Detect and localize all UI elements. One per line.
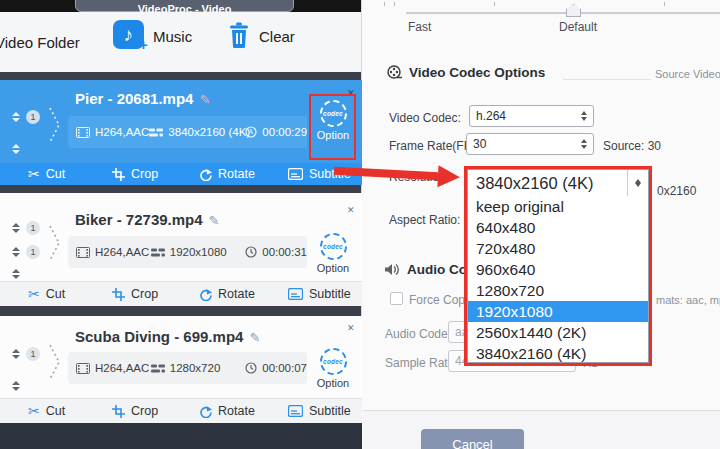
track-count-badge: 1 — [26, 110, 40, 124]
action-bar: ✂Cut Crop Rotate Subtitle — [0, 398, 362, 423]
track-count-badge: 1 — [26, 347, 40, 361]
spinner-icon — [627, 170, 648, 196]
frame-rate-select[interactable]: 30 — [466, 133, 594, 155]
track-count-badge: 1 — [26, 245, 40, 259]
reorder-icon[interactable] — [12, 247, 20, 257]
slider-thumb[interactable] — [566, 4, 581, 17]
video-row-scuba[interactable]: 1 ✕ Scuba Diving - 699.mp4✎ H264,AAC — [0, 316, 362, 398]
cut-button[interactable]: ✂Cut — [28, 399, 65, 423]
crop-button[interactable]: Crop — [112, 282, 158, 306]
codec-option-button[interactable]: codec Option — [310, 348, 356, 389]
video-row-pier[interactable]: 1 ✕ Pier - 20681.mp4✎ H264,AAC — [0, 80, 362, 163]
video-title: Pier - 20681.mp4✎ — [75, 90, 210, 107]
group-brace — [48, 224, 62, 262]
edit-icon[interactable]: ✎ — [249, 330, 260, 345]
reorder-icon[interactable] — [12, 349, 20, 359]
resolution-option[interactable]: 720x480 — [468, 238, 648, 259]
close-icon[interactable]: ✕ — [347, 205, 355, 215]
video-info-chip: H264,AAC 3840x2160 (4K) 00:00:29 — [68, 116, 307, 148]
resolution-option[interactable]: 2560x1440 (2K) — [468, 322, 648, 343]
cancel-button[interactable]: Cancel — [421, 429, 524, 449]
resolution-dropdown-annotation: 3840x2160 (4K) keep original 640x480 720… — [464, 166, 652, 366]
clock-icon — [245, 362, 257, 374]
duration-value: 00:00:31 — [262, 246, 307, 258]
resolution-icon — [151, 247, 165, 258]
resolution-value: 1920x1080 — [170, 246, 227, 258]
quality-slider[interactable] — [406, 12, 720, 14]
rotate-button[interactable]: Rotate — [198, 163, 255, 185]
rotate-icon — [198, 288, 212, 301]
trash-icon — [228, 22, 250, 48]
rotate-button[interactable]: Rotate — [198, 399, 255, 423]
option-button-label: Option — [310, 262, 356, 274]
video-title: Scuba Diving - 699.mp4✎ — [75, 328, 260, 345]
codec-gear-icon: codec — [320, 233, 347, 260]
film-icon — [76, 363, 90, 374]
cut-button[interactable]: ✂Cut — [28, 163, 65, 185]
force-copy-checkbox[interactable] — [390, 292, 403, 305]
crop-button[interactable]: Crop — [112, 399, 158, 423]
resolution-option[interactable]: 960x640 — [468, 259, 648, 280]
spinner-icon — [581, 139, 587, 149]
crop-icon — [112, 288, 125, 301]
separator — [0, 72, 361, 80]
scissors-icon: ✂ — [28, 166, 40, 182]
rotate-button[interactable]: Rotate — [198, 282, 255, 306]
clear-button[interactable]: Clear — [228, 18, 308, 66]
reorder-icon[interactable] — [12, 381, 20, 391]
track-gutter: 1 — [8, 316, 66, 398]
track-gutter: 1 1 — [8, 193, 66, 281]
codec-option-button[interactable]: codec Option — [310, 233, 356, 274]
subtitle-button[interactable]: Subtitle — [288, 282, 351, 306]
resolution-option[interactable]: keep original — [468, 196, 648, 217]
separator — [0, 306, 361, 316]
reorder-icon[interactable] — [12, 144, 20, 154]
resolution-option-list: keep original 640x480 720x480 960x640 12… — [468, 196, 648, 364]
add-music-button[interactable]: ♪ + Music — [113, 18, 213, 66]
app-title-tab: VideoProc - Video — [75, 0, 294, 12]
rotate-icon — [198, 168, 212, 181]
clock-icon — [245, 126, 257, 138]
resolution-option-highlighted[interactable]: 1920x1080 — [468, 301, 648, 322]
action-bar: ✂Cut Crop Rotate Subtitle — [0, 163, 362, 185]
music-button-label: Music — [153, 28, 192, 45]
supported-formats-fragment: mats: aac, mp3, — [656, 294, 720, 306]
reorder-icon[interactable] — [12, 112, 20, 122]
divider — [563, 79, 651, 80]
separator — [0, 185, 361, 193]
source-video-stream-label: Source Video Str — [655, 68, 720, 80]
resolution-option[interactable]: 640x480 — [468, 217, 648, 238]
action-bar: ✂Cut Crop Rotate Subtitle — [0, 281, 362, 306]
film-icon — [76, 127, 90, 138]
reorder-icon[interactable] — [12, 223, 20, 233]
video-codec-label: Video Codec: — [389, 111, 461, 125]
rotate-icon — [198, 405, 212, 418]
edit-icon[interactable]: ✎ — [199, 92, 210, 107]
reorder-icon[interactable] — [12, 269, 20, 279]
option-button-label: Option — [310, 129, 356, 141]
video-info-chip: H264,AAC 1280x720 00:00:07 — [68, 352, 307, 384]
crop-button[interactable]: Crop — [112, 163, 158, 185]
video-row-biker[interactable]: 1 1 ✕ Biker - 72739.mp4✎ H264,AAC — [0, 193, 362, 281]
edit-icon[interactable]: ✎ — [209, 213, 220, 228]
resolution-value: 3840x2160 (4K) — [168, 126, 250, 138]
film-reel-icon — [387, 65, 402, 80]
video-codec-select[interactable]: h.264 — [469, 105, 594, 127]
cut-button[interactable]: ✂Cut — [28, 282, 65, 306]
close-icon[interactable]: ✕ — [347, 323, 355, 333]
resolution-dropdown[interactable]: 3840x2160 (4K) keep original 640x480 720… — [467, 169, 649, 363]
aspect-ratio-label: Aspect Ratio: — [389, 213, 460, 227]
resolution-dropdown-value[interactable]: 3840x2160 (4K) — [468, 170, 648, 196]
resolution-option[interactable]: 3840x2160 (4K) — [468, 343, 648, 364]
resolution-icon — [149, 127, 163, 138]
resolution-option[interactable]: 1280x720 — [468, 280, 648, 301]
codec-option-button[interactable]: codec Option — [310, 100, 356, 141]
resolution-value: 1280x720 — [170, 362, 221, 374]
video-codec-section-header: Video Codec Options — [387, 65, 545, 80]
toolbar: Video Folder ♪ + Music Clear — [0, 12, 361, 72]
slider-label-default: Default — [559, 20, 597, 34]
video-folder-button[interactable]: Video Folder — [0, 34, 80, 51]
speaker-icon — [385, 263, 400, 276]
track-gutter: 1 — [8, 80, 66, 163]
subtitle-button[interactable]: Subtitle — [288, 399, 351, 423]
